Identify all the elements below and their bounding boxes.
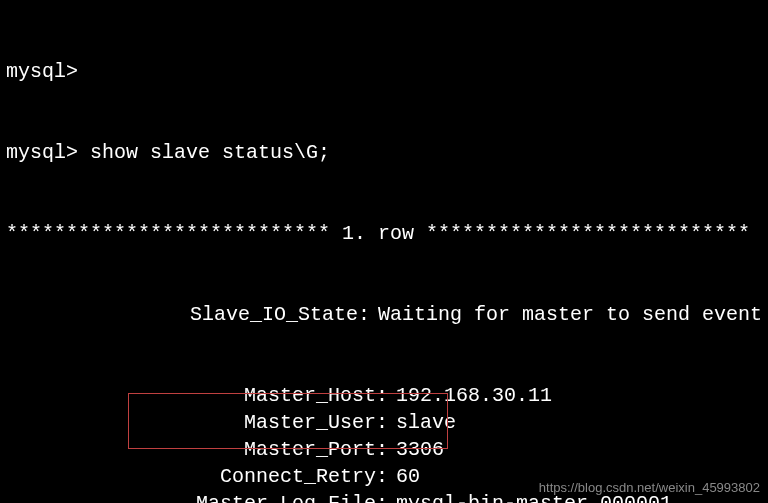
separator: : (376, 382, 388, 409)
separator: : (376, 409, 388, 436)
status-key: Master_Log_File (6, 490, 376, 503)
separator: : (376, 436, 388, 463)
status-value: 60 (388, 463, 420, 490)
separator: : (376, 463, 388, 490)
status-value: 192.168.30.11 (388, 382, 552, 409)
status-value: slave (388, 409, 456, 436)
status-key: Master_Port (6, 436, 376, 463)
separator: : (376, 490, 388, 503)
status-row: Master_Host:192.168.30.11 (6, 382, 762, 409)
status-row-io-state: Slave_IO_State:Waiting for master to sen… (6, 301, 762, 328)
status-key: Connect_Retry (6, 463, 376, 490)
status-key: Master_User (6, 409, 376, 436)
row-header: *************************** 1. row *****… (6, 220, 762, 247)
status-row: Master_User:slave (6, 409, 762, 436)
watermark-text: https://blog.csdn.net/weixin_45993802 (539, 479, 760, 497)
status-value: Waiting for master to send event (370, 301, 762, 328)
status-value: 3306 (388, 436, 444, 463)
prompt-line-1: mysql> (6, 58, 762, 85)
status-row: Master_Port:3306 (6, 436, 762, 463)
prompt-line-2: mysql> show slave status\G; (6, 139, 762, 166)
separator: : (358, 301, 370, 328)
status-key: Slave_IO_State (6, 301, 358, 328)
terminal-output: mysql> mysql> show slave status\G; *****… (6, 4, 762, 503)
status-key: Master_Host (6, 382, 376, 409)
